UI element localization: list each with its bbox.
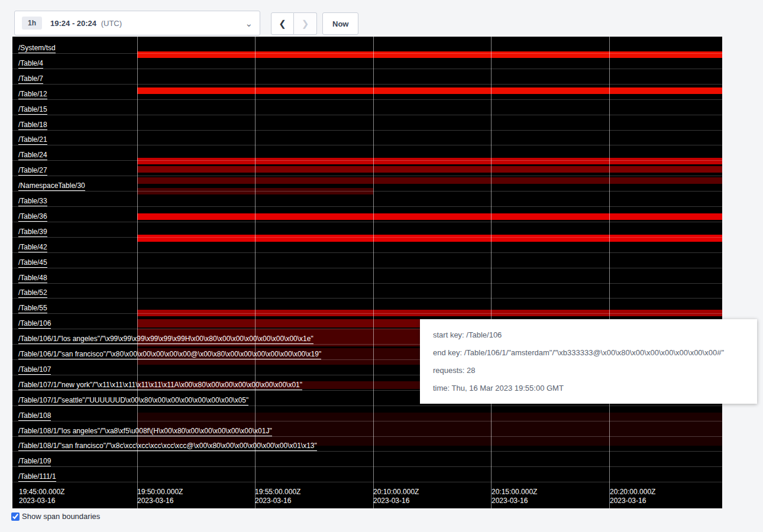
chevron-left-icon: ❮ xyxy=(279,18,286,29)
span-key-label: /Table/12 xyxy=(18,90,47,99)
span-key-label: /Table/109 xyxy=(18,458,51,466)
show-span-boundaries-label: Show span boundaries xyxy=(22,512,100,521)
span-boundary-line xyxy=(12,451,722,452)
span-boundary-line xyxy=(12,268,722,268)
span-key-label: /Table/18 xyxy=(18,121,47,130)
time-gridline xyxy=(255,37,256,508)
heat-band xyxy=(137,158,722,164)
heat-band xyxy=(137,87,722,94)
span-boundary-line xyxy=(12,130,722,131)
next-time-button[interactable]: ❯ xyxy=(294,12,317,35)
time-axis-label: 20:10:00.000Z2023-03-16 xyxy=(373,488,419,505)
span-boundary-line xyxy=(12,482,722,482)
span-key-label: /Table/48 xyxy=(18,274,47,283)
time-axis-label: 20:15:00.000Z2023-03-16 xyxy=(492,488,537,505)
tooltip-end-key: end key: /Table/106/1/"amsterdam"/"\xb33… xyxy=(433,348,744,357)
heatmap-canvas[interactable]: /System/tsd/Table/4/Table/7/Table/12/Tab… xyxy=(12,37,722,508)
chevron-down-icon: ⌄ xyxy=(245,19,253,28)
span-boundary-line xyxy=(12,436,722,437)
span-boundary-line xyxy=(12,298,722,299)
show-span-boundaries-checkbox[interactable] xyxy=(11,512,20,521)
span-tooltip: start key: /Table/106 end key: /Table/10… xyxy=(420,319,757,404)
heat-band xyxy=(137,166,722,173)
span-key-label: /Table/15 xyxy=(18,106,47,115)
time-gridline xyxy=(137,37,138,508)
previous-time-button[interactable]: ❮ xyxy=(271,12,294,35)
span-boundary-line xyxy=(12,191,722,192)
span-key-label: /Table/106/1/"los angeles"/"\x99\x99\x99… xyxy=(18,335,313,344)
span-boundary-line xyxy=(12,84,722,85)
span-key-label: /Table/106/1/"san francisco"/"\x80\x00\x… xyxy=(18,351,321,359)
span-key-label: /Table/108/1/"los angeles"/"\xa8\xf5\u00… xyxy=(18,427,272,436)
now-button[interactable]: Now xyxy=(322,12,358,35)
span-key-label: /Table/24 xyxy=(18,151,47,160)
time-range-text: 19:24 - 20:24 (UTC) xyxy=(50,19,122,28)
span-boundary-line xyxy=(12,466,722,467)
span-boundary-line xyxy=(12,237,722,238)
span-key-label: /Table/106 xyxy=(18,320,51,329)
time-axis-label: 19:50:00.000Z2023-03-16 xyxy=(137,488,183,505)
span-key-label: /Table/107/1/"seattle"/"UUUUUUD\x00\x80\… xyxy=(18,397,248,406)
duration-badge: 1h xyxy=(22,17,42,30)
chevron-right-icon: ❯ xyxy=(302,18,309,29)
span-key-label: /Table/42 xyxy=(18,244,47,252)
time-nav-group: ❮ ❯ xyxy=(271,12,317,35)
time-axis-label: 20:20:00.000Z2023-03-16 xyxy=(610,488,655,505)
time-gridline xyxy=(491,37,492,508)
span-key-label: /Table/107/1/"new york"/"\x11\x11\x11\x1… xyxy=(18,381,302,390)
time-gridline xyxy=(373,37,374,508)
span-boundary-line xyxy=(12,421,722,421)
heat-band xyxy=(137,213,722,220)
span-boundary-line xyxy=(12,313,722,314)
time-axis-label: 19:55:00.000Z2023-03-16 xyxy=(255,488,300,505)
time-range-value: 19:24 - 20:24 xyxy=(50,19,96,28)
heat-band xyxy=(137,51,722,58)
span-boundary-line xyxy=(12,222,722,222)
time-gridline xyxy=(609,37,610,508)
span-key-label: /Table/45 xyxy=(18,259,47,268)
span-boundary-line xyxy=(12,206,722,207)
time-range-timezone: (UTC) xyxy=(101,19,122,28)
time-range-selector[interactable]: 1h 19:24 - 20:24 (UTC) ⌄ xyxy=(14,11,260,35)
span-key-label: /Table/4 xyxy=(18,60,43,69)
span-boundary-line xyxy=(12,53,722,54)
span-key-label: /NamespaceTable/30 xyxy=(18,182,85,191)
span-boundary-line xyxy=(12,283,722,284)
heat-band xyxy=(137,235,722,242)
heat-band xyxy=(137,177,722,184)
span-key-label: /Table/52 xyxy=(18,289,47,298)
tooltip-requests: requests: 28 xyxy=(433,366,744,375)
span-key-label: /Table/108/1/"san francisco"/"\x8c\xcc\x… xyxy=(18,442,317,451)
span-key-label: /Table/21 xyxy=(18,136,47,145)
span-key-label: /Table/33 xyxy=(18,197,47,206)
span-key-label: /Table/36 xyxy=(18,213,47,222)
span-boundary-line xyxy=(12,176,722,176)
span-boundary-line xyxy=(12,99,722,100)
span-boundary-line xyxy=(12,160,722,161)
span-key-label: /Table/7 xyxy=(18,75,43,84)
tooltip-time: time: Thu, 16 Mar 2023 19:55:00 GMT xyxy=(433,384,744,392)
span-boundary-line xyxy=(12,69,722,69)
tooltip-start-key: start key: /Table/106 xyxy=(433,330,744,339)
span-boundary-line xyxy=(12,145,722,145)
span-key-label: /Table/55 xyxy=(18,304,47,313)
span-boundary-line xyxy=(12,406,722,406)
show-span-boundaries-control[interactable]: Show span boundaries xyxy=(11,512,100,521)
span-boundary-line xyxy=(12,115,722,115)
span-key-label: /Table/108 xyxy=(18,412,51,421)
span-key-label: /System/tsd xyxy=(18,44,56,53)
span-key-label: /Table/111/1 xyxy=(18,473,56,482)
span-boundary-line xyxy=(12,252,722,253)
span-key-label: /Table/107 xyxy=(18,366,51,375)
time-axis-label: 19:45:00.000Z2023-03-16 xyxy=(19,488,64,505)
span-key-label: /Table/27 xyxy=(18,167,47,176)
span-key-label: /Table/39 xyxy=(18,228,47,237)
